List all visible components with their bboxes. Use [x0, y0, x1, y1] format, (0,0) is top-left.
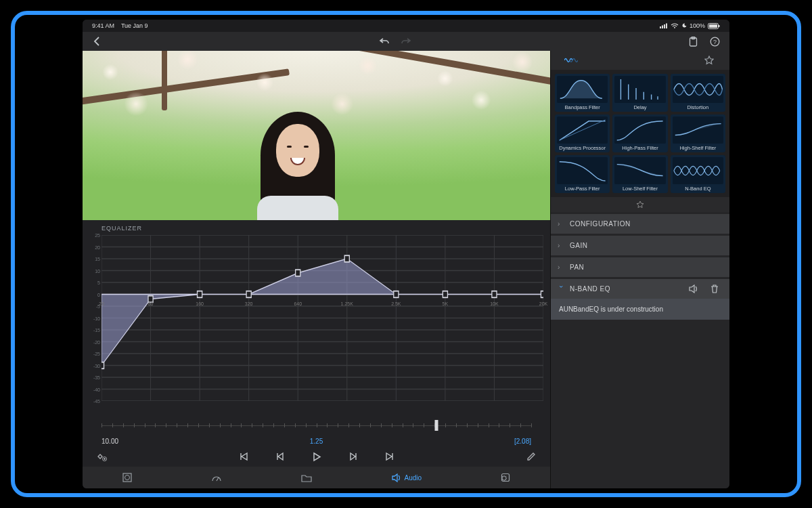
preview-subject	[247, 98, 348, 220]
effect-thumb	[673, 117, 723, 144]
section-nband-label: N-BAND EQ	[570, 285, 610, 293]
section-gain[interactable]: › GAIN	[551, 236, 729, 255]
inspector-panel: Bandpass FilterDelayDistortionDynamics P…	[550, 51, 729, 488]
time-current: 1.25	[310, 438, 323, 445]
status-right: 100%	[660, 22, 720, 29]
section-nband-eq[interactable]: › N-BAND EQ	[551, 279, 729, 299]
eq-node[interactable]	[541, 291, 543, 298]
device-screen: 9:41 AM Tue Jan 9 100%	[83, 20, 729, 488]
chevron-down-icon: ›	[558, 286, 565, 293]
play-button[interactable]	[309, 448, 325, 465]
skip-end-button[interactable]	[382, 448, 398, 465]
status-time: 9:41 AM	[92, 22, 114, 29]
y-tick: -25	[87, 352, 102, 356]
tab-speed[interactable]	[211, 473, 222, 482]
effect-label: N-Band EQ	[685, 186, 710, 192]
section-configuration-label: CONFIGURATION	[570, 220, 631, 228]
tab-files[interactable]	[301, 473, 312, 482]
tab-audio-label: Audio	[404, 474, 422, 482]
section-configuration[interactable]: › CONFIGURATION	[551, 214, 729, 234]
tab-library[interactable]	[122, 473, 132, 482]
status-date: Tue Jan 9	[121, 22, 148, 29]
effect-bandpass[interactable]: Bandpass Filter	[555, 74, 610, 112]
time-total: 10.00	[102, 438, 118, 445]
eq-node[interactable]	[394, 291, 399, 298]
playhead[interactable]	[435, 420, 438, 431]
section-pan[interactable]: › PAN	[551, 257, 729, 277]
effect-thumb	[614, 76, 665, 103]
tab-audio[interactable]: Audio	[391, 473, 422, 482]
help-button[interactable]: ?	[706, 33, 723, 49]
inspector-favorites-icon[interactable]	[701, 52, 717, 68]
effect-thumb	[557, 117, 608, 144]
step-forward-button[interactable]	[345, 448, 361, 465]
y-tick: 10	[87, 268, 102, 273]
app-toolbar: ?	[83, 32, 729, 51]
section-gain-label: GAIN	[570, 242, 587, 249]
inspector-audio-icon[interactable]	[563, 52, 579, 68]
eq-node[interactable]	[198, 291, 202, 298]
svg-rect-7	[719, 25, 720, 27]
chevron-right-icon: ›	[558, 263, 564, 271]
status-bar: 9:41 AM Tue Jan 9 100%	[83, 20, 729, 32]
svg-point-40	[125, 475, 129, 480]
svg-rect-3	[666, 24, 667, 29]
svg-rect-6	[709, 24, 717, 28]
y-tick: 15	[87, 257, 102, 261]
effect-hshelf[interactable]: High-Shelf Filter	[671, 114, 725, 152]
main-panel: EQUALIZER 2520151050-5-10-15-20-25-30-35…	[83, 51, 550, 488]
skip-start-button[interactable]	[235, 448, 252, 465]
y-tick: 20	[87, 245, 102, 249]
effect-label: Delay	[633, 104, 646, 110]
effect-label: High-Shelf Filter	[679, 145, 716, 151]
effect-nband[interactable]: N-Band EQ	[671, 155, 725, 193]
equalizer-graph[interactable]: 2520151050-5-10-15-20-25-30-35-40-45 208…	[87, 235, 546, 413]
eq-node[interactable]	[296, 270, 300, 276]
effect-thumb	[557, 157, 608, 184]
eq-node[interactable]	[102, 362, 104, 369]
effect-label: Low-Shelf Filter	[623, 186, 658, 192]
bottom-tabbar: Audio	[83, 467, 550, 488]
effect-label: Distortion	[687, 104, 708, 110]
effect-delay[interactable]: Delay	[612, 74, 667, 112]
y-tick: -5	[87, 304, 102, 309]
eq-node[interactable]	[148, 296, 153, 303]
effect-label: Low-Pass Filter	[565, 186, 600, 192]
tab-effects[interactable]	[501, 473, 510, 482]
svg-rect-0	[660, 26, 661, 28]
equalizer-panel: EQUALIZER 2520151050-5-10-15-20-25-30-35…	[83, 220, 550, 467]
video-preview[interactable]	[83, 51, 550, 220]
effects-grid: Bandpass FilterDelayDistortionDynamics P…	[551, 70, 729, 197]
nband-delete-button[interactable]	[706, 281, 723, 297]
eq-node[interactable]	[246, 291, 251, 298]
effect-distortion[interactable]: Distortion	[671, 74, 725, 112]
effect-hpf[interactable]: High-Pass Filter	[612, 114, 667, 152]
battery-icon	[708, 23, 720, 29]
y-tick: 25	[87, 233, 102, 238]
signal-icon	[660, 23, 668, 28]
keyframe-add-button[interactable]	[93, 448, 110, 465]
redo-button[interactable]	[398, 33, 414, 49]
timeline-scrubber[interactable]	[102, 416, 531, 435]
effects-fav-button[interactable]	[551, 197, 729, 212]
back-button[interactable]	[89, 33, 106, 49]
clipboard-button[interactable]	[685, 33, 701, 49]
section-pan-label: PAN	[570, 263, 584, 271]
effect-lpf[interactable]: Low-Pass Filter	[555, 155, 610, 193]
time-remain: [2.08]	[514, 438, 531, 445]
y-tick: 0	[87, 292, 102, 297]
presentation-frame: 9:41 AM Tue Jan 9 100%	[11, 11, 801, 497]
step-back-button[interactable]	[272, 448, 288, 465]
eq-node[interactable]	[344, 255, 349, 262]
status-left: 9:41 AM Tue Jan 9	[92, 22, 148, 29]
time-readout: 10.00 1.25 [2.08]	[83, 435, 550, 446]
transport-controls	[83, 446, 550, 467]
eq-node[interactable]	[492, 291, 497, 298]
effect-lshelf[interactable]: Low-Shelf Filter	[612, 155, 667, 193]
eq-node[interactable]	[443, 291, 447, 298]
y-tick: -45	[87, 399, 102, 404]
undo-button[interactable]	[376, 33, 392, 49]
edit-pencil-button[interactable]	[523, 448, 539, 465]
effect-dynamics[interactable]: Dynamics Processor	[555, 114, 610, 152]
nband-mute-button[interactable]	[685, 281, 701, 297]
